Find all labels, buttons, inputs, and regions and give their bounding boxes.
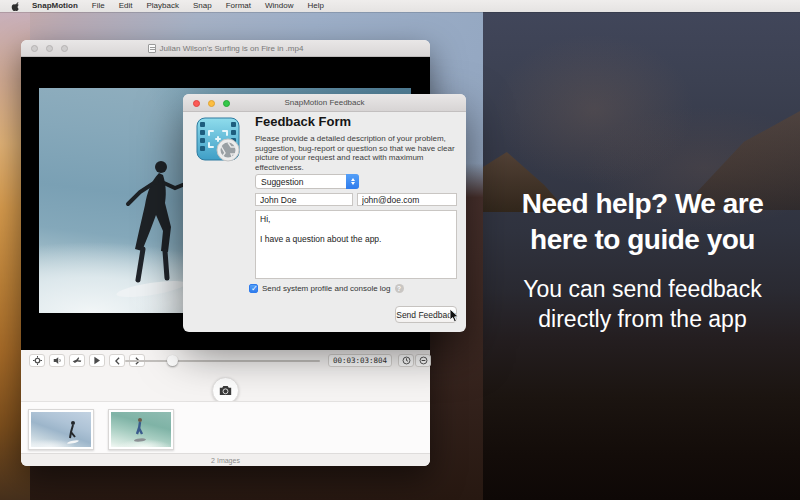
snapshot-thumbnail-2[interactable] [108, 409, 174, 450]
snapshot-image-1 [31, 412, 91, 447]
cursor-icon [449, 308, 460, 323]
category-value: Suggestion [256, 177, 346, 187]
play-icon [93, 356, 101, 365]
video-window-title: Julian Wilson's Surfing is on Fire in .m… [160, 44, 304, 53]
subheadline-line-1: You can send feedback [485, 274, 800, 304]
name-field[interactable] [255, 193, 353, 206]
minimize-button[interactable] [208, 100, 215, 107]
snapshot-thumbnail-1[interactable] [28, 409, 94, 450]
settings-button[interactable] [29, 354, 45, 367]
menu-item-file[interactable]: File [85, 0, 112, 12]
clock-icon [402, 356, 411, 365]
mini-surfer-1 [65, 420, 79, 446]
dropdown-stepper [346, 174, 359, 189]
zoom-button[interactable] [223, 100, 230, 107]
system-profile-row: Send system profile and console log ? [249, 284, 404, 293]
email-field[interactable] [357, 193, 457, 206]
camera-icon [219, 385, 232, 396]
gear-icon [33, 356, 42, 365]
menu-item-playback[interactable]: Playback [139, 0, 185, 12]
category-dropdown[interactable]: Suggestion [255, 174, 359, 189]
document-icon [148, 44, 156, 53]
remove-button[interactable] [415, 354, 431, 367]
close-button[interactable] [31, 45, 38, 52]
menu-item-snap[interactable]: Snap [186, 0, 219, 12]
menu-item-app[interactable]: SnapMotion [25, 0, 85, 12]
remove-icon [419, 356, 428, 365]
timeline-track[interactable] [125, 360, 320, 362]
chevron-up-icon [351, 178, 355, 181]
marketing-copy: Need help? We are here to guide you You … [485, 186, 800, 334]
mini-surfer-2 [133, 417, 147, 445]
timecode-field[interactable]: 00:03:03:804 [328, 354, 392, 367]
snapshot-image-2 [111, 412, 171, 447]
volume-button[interactable] [49, 354, 65, 367]
timeline-thumb[interactable] [167, 355, 178, 366]
menu-item-format[interactable]: Format [219, 0, 258, 12]
menu-item-window[interactable]: Window [258, 0, 300, 12]
step-backward-button[interactable] [109, 354, 125, 367]
chevron-down-icon [351, 182, 355, 185]
dialog-title: SnapMotion Feedback [284, 98, 364, 107]
menu-item-help[interactable]: Help [300, 0, 330, 12]
headline-line-2: here to guide you [485, 222, 800, 258]
time-display-button[interactable] [398, 354, 414, 367]
play-button[interactable] [89, 354, 105, 367]
speed-button[interactable] [69, 354, 85, 367]
message-textarea[interactable]: Hi, I have a question about the app. [255, 210, 457, 279]
app-filmstrip-icon [195, 116, 243, 164]
window-controls [31, 45, 68, 52]
plane-icon [72, 356, 82, 365]
surfer-silhouette [109, 153, 189, 303]
menu-bar: SnapMotion File Edit Playback Snap Forma… [0, 0, 800, 12]
subheadline-line-2: directly from the app [485, 304, 800, 334]
dialog-titlebar[interactable]: SnapMotion Feedback [183, 94, 466, 112]
form-description: Please provide a detailed description of… [255, 134, 457, 172]
video-window-titlebar[interactable]: Julian Wilson's Surfing is on Fire in .m… [21, 40, 430, 57]
snapshots-strip [21, 401, 430, 453]
zoom-button[interactable] [61, 45, 68, 52]
dialog-window-controls [193, 100, 230, 107]
send-feedback-button[interactable]: Send Feedback [395, 306, 457, 323]
player-controls: 00:03:03:804 [21, 350, 430, 401]
menu-item-edit[interactable]: Edit [112, 0, 140, 12]
image-count-label: 2 Images [211, 457, 240, 464]
step-backward-icon [114, 357, 121, 365]
close-button[interactable] [193, 100, 200, 107]
apple-icon[interactable] [9, 2, 25, 11]
snap-frame-button[interactable] [212, 377, 239, 404]
shutter-icon [217, 139, 239, 161]
feedback-dialog: SnapMotion Feedback Feedback Form Please… [183, 94, 466, 332]
minimize-button[interactable] [46, 45, 53, 52]
form-heading: Feedback Form [255, 114, 351, 129]
info-icon[interactable]: ? [395, 284, 404, 293]
status-bar: 2 Images [21, 453, 430, 466]
headline-line-1: Need help? We are [485, 186, 800, 222]
volume-icon [53, 356, 62, 365]
checkbox-label: Send system profile and console log [262, 284, 391, 293]
system-profile-checkbox[interactable] [249, 284, 258, 293]
